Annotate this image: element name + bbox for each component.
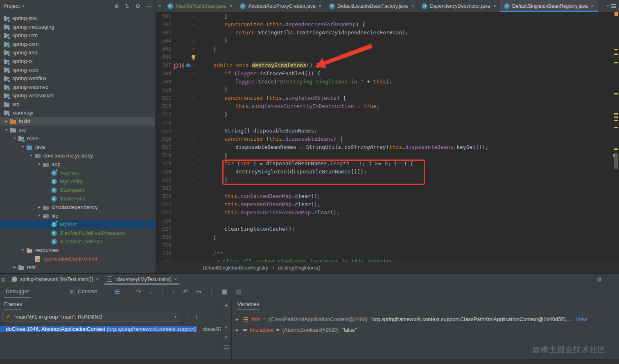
tree-item-mytest[interactable]: MyTest — [0, 220, 155, 229]
code-line[interactable]: 526 — [156, 217, 619, 225]
code-area[interactable]: 501▴}502▾synchronized (this.dependencies… — [156, 12, 619, 262]
code-line[interactable]: 529 — [156, 241, 619, 249]
fold-marker-icon[interactable] — [190, 217, 197, 225]
previous-frame-icon[interactable]: ↑ — [186, 313, 189, 320]
run-to-cursor-icon[interactable]: ↦ — [196, 288, 201, 294]
code-line[interactable]: 517disposableBeanNames = StringUtils.toS… — [156, 143, 619, 151]
tree-item-java[interactable]: ▼java — [0, 143, 155, 151]
panel-layout-icon[interactable] — [224, 345, 228, 349]
tree-item-spring-webflux[interactable]: spring-webflux — [0, 74, 155, 83]
code-line[interactable]: 509logger.trace("Destroying singletons i… — [156, 78, 619, 86]
editor-tab[interactable]: CAbstractAutoProxyCreator.java× — [236, 0, 325, 12]
editor-tab[interactable]: CDefaultListableBeanFactory.java× — [325, 0, 418, 12]
code-line[interactable]: 528▴} — [156, 233, 619, 241]
tab-variables[interactable]: Variables — [237, 301, 259, 310]
fold-marker-icon[interactable] — [190, 78, 197, 86]
stripe-mark[interactable] — [614, 120, 618, 121]
fold-marker-icon[interactable]: ▾ — [190, 70, 197, 78]
fold-marker-icon[interactable] — [190, 241, 197, 249]
chevron-right-icon[interactable]: ▶ — [11, 265, 18, 269]
close-icon[interactable]: × — [411, 3, 414, 9]
tree-item-xiaomayilifepostprocessor[interactable]: XiaoMaYiLifePostProcessor — [0, 229, 155, 237]
close-icon[interactable]: × — [156, 3, 164, 9]
code-line[interactable]: 520destroySingleton(disposableBeanNames[… — [156, 168, 619, 176]
chevron-down-icon[interactable]: ▼ — [20, 145, 26, 149]
fold-marker-icon[interactable]: ▴ — [190, 151, 197, 160]
fold-marker-icon[interactable] — [190, 143, 197, 151]
stripe-mark[interactable] — [614, 148, 618, 150]
code-line[interactable]: 503return StringUtils.toStringArray(depe… — [156, 29, 619, 37]
fold-marker-icon[interactable] — [190, 200, 197, 209]
breadcrumb-method[interactable]: destroySingletons() — [278, 265, 320, 271]
editor[interactable]: 501▴}502▾synchronized (this.dependencies… — [156, 12, 619, 273]
editor-tab[interactable]: CDependencyDescriptor.java× — [418, 0, 500, 12]
code-line[interactable]: 516▾synchronized (this.disposableBeans) … — [156, 135, 619, 143]
tree-item-spring-messaging[interactable]: spring-messaging — [0, 22, 155, 31]
tree-item-stuservice[interactable]: StuService — [0, 194, 155, 203]
fold-marker-icon[interactable]: ▴ — [190, 37, 197, 45]
step-into-icon[interactable]: ↓ — [149, 288, 152, 294]
fold-marker-icon[interactable] — [190, 209, 197, 217]
code-line[interactable]: 508▾if (logger.isTraceEnabled()) { — [156, 70, 619, 78]
hidden-tabs-icon[interactable] — [611, 6, 616, 7]
tab-frames[interactable]: Frames — [4, 301, 22, 310]
tree-item-spring-jms[interactable]: spring-jms — [0, 14, 155, 22]
tree-item-spring-test[interactable]: spring-test — [0, 48, 155, 57]
code-line[interactable]: 507I▾public void destroySingletons() { — [156, 61, 619, 70]
stripe-mark[interactable] — [614, 117, 618, 118]
tree-item-circulardependency[interactable]: ▶circulardependency — [0, 203, 155, 211]
tree-item-src[interactable]: ▼src — [0, 126, 155, 134]
recursive-call-icon[interactable] — [174, 63, 178, 68]
stripe-mark[interactable] — [614, 127, 618, 128]
tree-item-spring-web[interactable]: spring-web — [0, 65, 155, 74]
code-line[interactable]: 531 * Clear all cached singleton instanc… — [156, 258, 619, 262]
fold-marker-icon[interactable]: ▴ — [190, 110, 197, 119]
error-stripe[interactable] — [613, 12, 619, 262]
project-panel-title[interactable]: Project — [3, 3, 20, 9]
implementing-marker-icon[interactable]: I — [180, 63, 184, 68]
chevron-down-icon[interactable]: ▼ — [28, 154, 34, 157]
intention-bulb-icon[interactable] — [192, 55, 195, 58]
close-icon[interactable]: × — [319, 3, 321, 9]
fold-marker-icon[interactable]: ▴ — [190, 86, 197, 94]
code-line[interactable]: 514 — [156, 119, 619, 127]
inspection-status-icon[interactable] — [614, 12, 618, 16]
tree-item-com-xiao-ma-yi-study[interactable]: ▼com.xiao.ma.yi.study — [0, 151, 155, 160]
tree-item-spring-tx[interactable]: spring-tx — [0, 57, 155, 65]
move-down-icon[interactable]: ▼ — [224, 335, 229, 340]
tree-item-resources[interactable]: ▼resources — [0, 246, 155, 254]
thread-dropdown[interactable]: ✔ "main"@1 in group "main": RUNNING ▾ — [2, 312, 180, 321]
fold-marker-icon[interactable] — [190, 53, 197, 61]
tree-item-spring-websocket[interactable]: spring-websocket — [0, 91, 155, 100]
code-line[interactable]: 525this.dependenciesForBeanMap.clear(); — [156, 209, 619, 217]
hide-panel-icon[interactable]: — — [608, 276, 614, 283]
fold-marker-icon[interactable] — [190, 184, 197, 192]
close-icon[interactable]: × — [493, 3, 496, 9]
close-icon[interactable]: × — [174, 276, 177, 282]
tree-item-build[interactable]: ▶build — [0, 117, 155, 126]
tree-item-spring-webmvc[interactable]: spring-webmvc — [0, 83, 155, 91]
chevron-down-icon[interactable]: ▼ — [36, 162, 43, 166]
move-up-icon[interactable]: ▲ — [224, 324, 229, 329]
chevron-down-icon[interactable]: ▼ — [3, 128, 10, 132]
evaluate-expression-icon[interactable]: ▦ — [221, 288, 227, 294]
tree-item-spring-orm[interactable]: spring-orm — [0, 31, 155, 40]
fold-marker-icon[interactable]: ▾ — [190, 20, 197, 29]
fold-marker-icon[interactable] — [190, 225, 197, 233]
chevron-down-icon[interactable]: ▾ — [607, 4, 609, 8]
fold-marker-icon[interactable] — [190, 192, 197, 200]
code-line[interactable]: 510▴} — [156, 86, 619, 94]
tree-item-xiaomaylifebean[interactable]: XiaoMaYLifeBean — [0, 237, 155, 246]
frame-row[interactable]: close:978, AbstractApplicationContext (o… — [197, 326, 221, 332]
code-line[interactable]: 506 — [156, 53, 619, 61]
fold-marker-icon[interactable] — [190, 168, 197, 176]
fold-marker-icon[interactable]: ▴ — [190, 12, 197, 20]
fold-marker-icon[interactable]: ▾ — [190, 160, 197, 168]
view-breakpoints-icon[interactable] — [115, 291, 120, 292]
code-line[interactable]: 527clearSingletonCache(); — [156, 225, 619, 233]
code-line[interactable]: 515String[] disposableBeanNames; — [156, 127, 619, 135]
tree-item-aop[interactable]: ▼aop — [0, 160, 155, 169]
project-tree[interactable]: spring-jmsspring-messagingspring-ormspri… — [0, 12, 156, 273]
code-line[interactable]: 512this.singletonsCurrentlyInDestruction… — [156, 102, 619, 110]
trace-icon[interactable]: ▤ — [235, 288, 241, 294]
